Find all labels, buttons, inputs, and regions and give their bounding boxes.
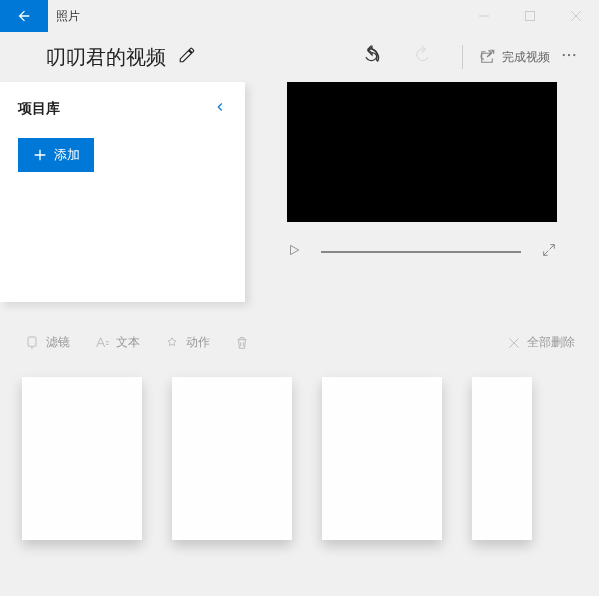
maximize-button[interactable] [507, 0, 553, 32]
progress-bar[interactable] [321, 251, 521, 253]
fullscreen-button[interactable] [541, 242, 557, 262]
window-controls [461, 0, 599, 32]
close-icon [507, 336, 521, 350]
pencil-icon [178, 46, 196, 64]
svg-rect-0 [526, 12, 535, 21]
svg-point-3 [573, 54, 575, 56]
edit-title-button[interactable] [178, 46, 196, 68]
finish-video-button[interactable]: 完成视频 [478, 48, 550, 66]
close-button[interactable] [553, 0, 599, 32]
more-button[interactable] [560, 46, 578, 68]
more-icon [560, 46, 578, 64]
collapse-library-button[interactable] [213, 100, 227, 118]
play-icon [287, 243, 301, 257]
header: 叨叨君的视频 完成视频 [0, 32, 599, 82]
main-area: 项目库 添加 [0, 82, 599, 302]
redo-button[interactable] [412, 45, 432, 69]
trash-icon [234, 335, 250, 351]
finish-video-label: 完成视频 [502, 49, 550, 66]
chevron-left-icon [213, 100, 227, 114]
library-panel: 项目库 添加 [0, 82, 245, 302]
app-title: 照片 [48, 8, 80, 25]
play-button[interactable] [287, 243, 301, 261]
close-icon [571, 11, 581, 21]
project-title: 叨叨君的视频 [46, 44, 166, 71]
clip-toolbar: 滤镜 文本 动作 全部删除 [0, 302, 599, 367]
add-button-label: 添加 [54, 146, 80, 164]
playback-controls [287, 242, 557, 262]
svg-rect-4 [28, 337, 36, 346]
minimize-button[interactable] [461, 0, 507, 32]
storyboard-clip[interactable] [172, 377, 292, 540]
storyboard [0, 367, 599, 550]
delete-all-label: 全部删除 [527, 334, 575, 351]
svg-point-1 [563, 54, 565, 56]
storyboard-clip[interactable] [472, 377, 532, 540]
delete-button[interactable] [226, 331, 264, 355]
filter-label: 滤镜 [46, 334, 70, 351]
undo-icon [362, 45, 382, 65]
text-label: 文本 [116, 334, 140, 351]
svg-point-2 [568, 54, 570, 56]
titlebar: 照片 [0, 0, 599, 32]
motion-label: 动作 [186, 334, 210, 351]
filter-button[interactable]: 滤镜 [16, 330, 78, 355]
maximize-icon [525, 11, 535, 21]
undo-button[interactable] [362, 45, 382, 69]
text-icon [94, 335, 110, 351]
library-header: 项目库 [18, 100, 227, 118]
back-button[interactable] [0, 0, 48, 32]
export-icon [478, 48, 496, 66]
redo-icon [412, 45, 432, 65]
storyboard-clip[interactable] [322, 377, 442, 540]
library-title: 项目库 [18, 100, 60, 118]
arrow-left-icon [16, 8, 32, 24]
text-button[interactable]: 文本 [86, 330, 148, 355]
expand-icon [541, 242, 557, 258]
delete-all-button[interactable]: 全部删除 [499, 330, 583, 355]
divider [462, 45, 463, 69]
plus-icon [32, 147, 48, 163]
preview-area [245, 82, 599, 302]
minimize-icon [479, 11, 489, 21]
storyboard-clip[interactable] [22, 377, 142, 540]
filter-icon [24, 335, 40, 351]
video-preview[interactable] [287, 82, 557, 222]
motion-icon [164, 335, 180, 351]
add-button[interactable]: 添加 [18, 138, 94, 172]
motion-button[interactable]: 动作 [156, 330, 218, 355]
